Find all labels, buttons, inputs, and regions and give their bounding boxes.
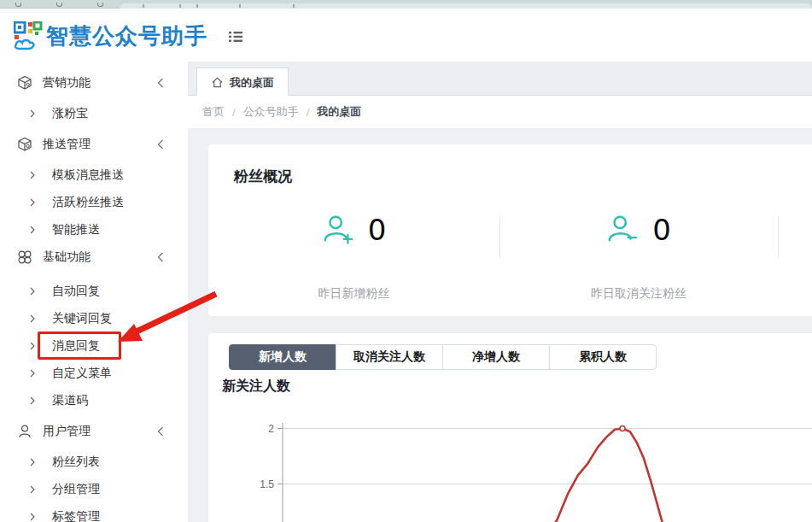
- sidebar-item-label: 活跃粉丝推送: [52, 195, 124, 210]
- chevron-right-icon: [30, 198, 35, 207]
- sidebar-item-tag-management[interactable]: 标签管理: [0, 503, 188, 522]
- sidebar-item-label: 自动回复: [52, 284, 100, 299]
- sidebar-item-label: 粉丝列表: [52, 455, 100, 470]
- app-header: 智慧公众号助手: [0, 11, 812, 62]
- chevron-right-icon: [30, 171, 35, 179]
- sidebar-item-keyword-reply[interactable]: 关键词回复: [0, 305, 188, 332]
- chevron-right-icon: [30, 485, 35, 494]
- cube-icon: [17, 75, 32, 91]
- breadcrumb-separator: /: [307, 106, 310, 119]
- browser-back-icon: [15, 3, 21, 7]
- stat-value: 0: [368, 213, 387, 247]
- chevron-right-icon: [30, 342, 35, 350]
- sidebar-item-active-fans-push[interactable]: 活跃粉丝推送: [0, 189, 188, 216]
- home-icon: [211, 76, 224, 89]
- breadcrumb-separator: /: [232, 106, 236, 119]
- svg-text:2: 2: [268, 423, 274, 435]
- stat-unfollow-fans: 0 昨日取消关注粉丝: [499, 144, 778, 316]
- main-content: 我的桌面 首页 / 公众号助手 / 我的桌面 粉丝概况 0 昨日新增粉丝: [188, 62, 812, 522]
- address-text-fragment: [179, 4, 181, 8]
- cube-icon: [17, 137, 32, 152]
- sidebar-group-users[interactable]: 用户管理: [0, 418, 188, 445]
- address-text-fragment: [293, 4, 295, 8]
- sidebar-item-template-push[interactable]: 模板消息推送: [0, 161, 188, 189]
- sidebar-item-label: 渠道码: [52, 393, 88, 408]
- sidebar-item-label: 分组管理: [52, 482, 100, 497]
- tab-my-desktop[interactable]: 我的桌面: [196, 67, 289, 97]
- breadcrumb: 首页 / 公众号助手 / 我的桌面: [188, 96, 812, 128]
- breadcrumb-assistant[interactable]: 公众号助手: [243, 104, 299, 120]
- sidebar-item-custom-menu[interactable]: 自定义菜单: [0, 360, 188, 387]
- sidebar-item-label: 标签管理: [52, 509, 100, 522]
- stat-divider: [778, 216, 779, 257]
- sidebar-item-label: 涨粉宝: [52, 106, 88, 121]
- chart-title: 新关注人数: [222, 378, 290, 396]
- chevron-right-icon: [30, 369, 35, 378]
- browser-address-bar: [120, 3, 812, 9]
- tab-cumulative-count[interactable]: 累积人数: [549, 344, 657, 370]
- sidebar-group-label: 用户管理: [43, 424, 91, 439]
- tab-new-count[interactable]: 新增人数: [229, 344, 336, 370]
- sidebar-item-smart-push[interactable]: 智能推送: [0, 216, 188, 243]
- address-text-fragment: [196, 4, 198, 8]
- sidebar-group-label: 推送管理: [43, 137, 91, 152]
- chevron-right-icon: [30, 396, 35, 405]
- chevron-left-icon: [157, 426, 164, 437]
- app-logo-icon: [14, 21, 43, 52]
- line-chart: 21.5: [208, 419, 812, 522]
- sidebar-item-group-management[interactable]: 分组管理: [0, 476, 188, 503]
- app-title: 智慧公众号助手: [46, 21, 207, 51]
- sidebar-item-label: 关键词回复: [52, 311, 112, 326]
- user-icon: [17, 424, 32, 439]
- sidebar-group-basic[interactable]: 基础功能: [0, 243, 188, 271]
- chevron-left-icon: [157, 252, 164, 262]
- fold-menu-icon: [228, 31, 243, 43]
- chevron-left-icon: [157, 139, 164, 150]
- sidebar-fold-button[interactable]: [228, 31, 243, 43]
- sidebar: 营销功能 涨粉宝 推送管理 模板消息推送 活跃粉丝推送 智能推送: [0, 62, 188, 522]
- fans-overview-panel: 粉丝概况 0 昨日新增粉丝 0 昨日取: [208, 144, 812, 316]
- chart-metric-tabs: 新增人数 取消关注人数 净增人数 累积人数: [229, 344, 657, 370]
- stat-new-fans: 0 昨日新增粉丝: [208, 144, 499, 316]
- chevron-right-icon: [30, 226, 35, 234]
- sidebar-item-label: 自定义菜单: [52, 366, 112, 381]
- user-plus-icon: [322, 213, 354, 247]
- sidebar-group-label: 营销功能: [43, 75, 91, 91]
- page-tabbar: 我的桌面: [188, 62, 812, 96]
- grid-icon: [17, 249, 32, 265]
- browser-chrome-strip: [0, 0, 812, 9]
- sidebar-item-label: 智能推送: [52, 222, 100, 238]
- sidebar-group-marketing[interactable]: 营销功能: [0, 69, 188, 97]
- fans-chart-panel: 新增人数 取消关注人数 净增人数 累积人数 新关注人数 21.5: [208, 333, 812, 522]
- sidebar-item-message-reply[interactable]: 消息回复: [0, 332, 188, 360]
- stat-label: 昨日新增粉丝: [208, 286, 499, 302]
- sidebar-group-label: 基础功能: [43, 249, 91, 265]
- tab-unfollow-count[interactable]: 取消关注人数: [336, 344, 443, 370]
- stat-value: 0: [652, 213, 671, 247]
- chevron-left-icon: [157, 78, 164, 88]
- breadcrumb-home[interactable]: 首页: [202, 104, 225, 120]
- sidebar-item-label: 模板消息推送: [52, 167, 124, 183]
- sidebar-item-channel-code[interactable]: 渠道码: [0, 387, 188, 414]
- user-minus-icon: [606, 213, 639, 247]
- chevron-right-icon: [30, 458, 35, 466]
- chevron-right-icon: [30, 109, 35, 118]
- tab-label: 我的桌面: [230, 75, 274, 91]
- sidebar-group-push[interactable]: 推送管理: [0, 131, 188, 158]
- stat-label: 昨日取消关注粉丝: [499, 286, 778, 302]
- browser-extension-icon: [97, 3, 103, 7]
- sidebar-item-label: 消息回复: [52, 338, 100, 354]
- svg-text:1.5: 1.5: [260, 478, 274, 490]
- tab-net-growth-count[interactable]: 净增人数: [442, 344, 550, 370]
- sidebar-item-zhangfenbao[interactable]: 涨粉宝: [0, 100, 188, 127]
- chevron-right-icon: [30, 314, 35, 323]
- breadcrumb-current: 我的桌面: [317, 104, 361, 120]
- sidebar-item-fans-list[interactable]: 粉丝列表: [0, 449, 188, 476]
- chevron-right-icon: [30, 513, 35, 521]
- browser-refresh-icon: [56, 3, 62, 7]
- chevron-right-icon: [30, 287, 35, 296]
- sidebar-item-auto-reply[interactable]: 自动回复: [0, 278, 188, 305]
- lock-icon: [143, 4, 144, 8]
- address-text-fragment: [239, 4, 241, 8]
